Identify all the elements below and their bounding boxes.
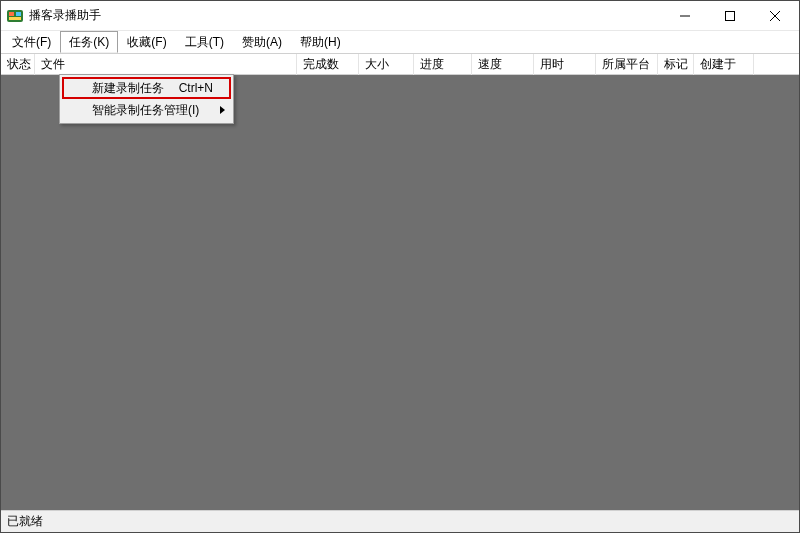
column-header[interactable]: 速度 [472, 54, 534, 75]
svg-rect-3 [9, 17, 21, 20]
column-header[interactable]: 进度 [414, 54, 472, 75]
column-header[interactable]: 大小 [359, 54, 414, 75]
titlebar: 播客录播助手 [1, 1, 799, 31]
content-area: 新建录制任务 Ctrl+N 智能录制任务管理(I) [1, 75, 799, 510]
svg-rect-1 [9, 12, 14, 16]
status-text: 已就绪 [7, 514, 43, 528]
maximize-button[interactable] [707, 2, 752, 30]
menu-item-label: 智能录制任务管理(I) [92, 102, 213, 119]
svg-rect-5 [725, 11, 734, 20]
column-header[interactable]: 状态 [1, 54, 35, 75]
chevron-right-icon [220, 106, 225, 114]
column-header[interactable]: 完成数 [297, 54, 359, 75]
menubar: 文件(F) 任务(K) 收藏(F) 工具(T) 赞助(A) 帮助(H) [1, 31, 799, 53]
column-header[interactable]: 标记 [658, 54, 694, 75]
window-title: 播客录播助手 [29, 7, 101, 24]
column-header[interactable]: 用时 [534, 54, 596, 75]
column-headers: 状态文件完成数大小进度速度用时所属平台标记创建于 [1, 53, 799, 75]
menu-item-smart-record-manage[interactable]: 智能录制任务管理(I) [62, 99, 231, 121]
menu-task[interactable]: 任务(K) [60, 31, 118, 53]
statusbar: 已就绪 [1, 510, 799, 532]
task-menu-dropdown: 新建录制任务 Ctrl+N 智能录制任务管理(I) [59, 74, 234, 124]
menu-sponsor[interactable]: 赞助(A) [233, 31, 291, 53]
minimize-button[interactable] [662, 2, 707, 30]
menu-file[interactable]: 文件(F) [3, 31, 60, 53]
app-icon [7, 8, 23, 24]
column-header[interactable]: 文件 [35, 54, 297, 75]
menu-item-label: 新建录制任务 [92, 80, 179, 97]
close-button[interactable] [752, 2, 797, 30]
menu-item-new-record-task[interactable]: 新建录制任务 Ctrl+N [62, 77, 231, 99]
column-header[interactable]: 所属平台 [596, 54, 658, 75]
menu-tools[interactable]: 工具(T) [176, 31, 233, 53]
menu-favorites[interactable]: 收藏(F) [118, 31, 175, 53]
menu-help[interactable]: 帮助(H) [291, 31, 350, 53]
column-header[interactable]: 创建于 [694, 54, 754, 75]
menu-item-accel: Ctrl+N [179, 81, 213, 95]
svg-rect-2 [16, 12, 21, 16]
